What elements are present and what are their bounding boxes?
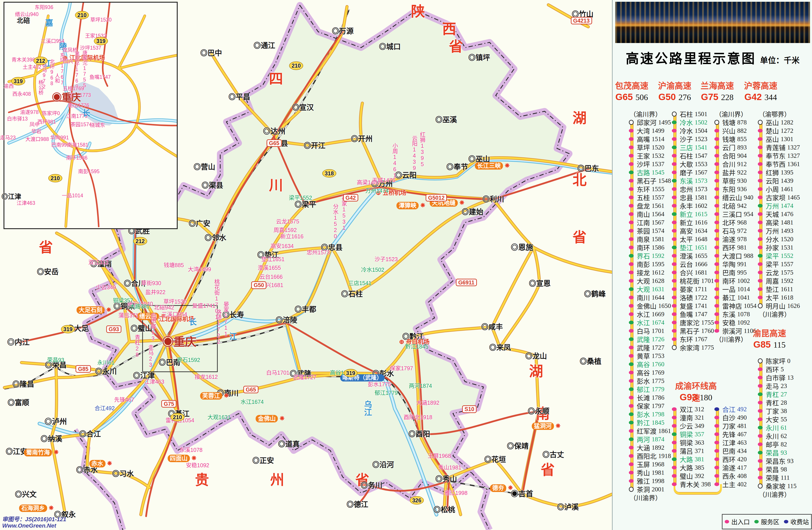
station-km: 1998 [652,477,664,485]
expressway-shield: S10 [462,405,477,413]
exit-dot [629,379,634,383]
interchange-label: 蒲吕371 [118,313,139,318]
exit-dot [758,459,763,463]
interchange-label: 渝西 [4,83,14,89]
station-km: 1892 [652,444,664,451]
exit-dot [629,220,634,224]
station-row: 垫江1611 [758,285,812,293]
service-area-dot [629,171,634,174]
station-km: 912 [737,160,747,168]
highway-code-length: G85115 [745,339,794,350]
city-label: ◎宣汉 [292,104,314,112]
station-km: 1797 [652,402,664,410]
interchange-label: 东环1767 [59,53,65,86]
exit-dot [672,449,677,453]
station-km: 1628 [652,277,664,284]
interchange-label: 分水1520 [333,204,338,239]
station-km: 1747 [695,311,707,318]
scenic-label: 四面山 [168,455,190,462]
city-label: ◉吉首 [511,490,533,498]
city-label: ◎泸州 [45,418,67,426]
interchange-label: 人和 [54,73,60,83]
station-km: 1581 [652,235,664,243]
service-area-dot [629,254,634,258]
station-km: 0 [787,357,791,364]
station-km: 312 [695,405,704,413]
service-area-dot [672,246,677,249]
exit-dot [758,187,763,191]
station-km: 995 [737,269,747,276]
station-km: 111 [781,474,789,481]
station-km: 1981 [652,469,664,476]
exit-dot [758,442,763,446]
boundary-toll-dot [758,120,763,125]
station-km: 968 [737,219,747,226]
station-km: 417 [737,464,747,471]
exit-dot [714,296,719,299]
boundary-toll-dot [672,345,677,350]
station-km: 1968 [652,461,664,468]
city-label: 北碚 [17,17,30,24]
interchange-label: 大渡口988 [26,137,49,142]
exit-dot [758,137,763,141]
interchange-label: 走马23 [148,345,153,368]
interchange-label: 陈家坪0 [42,111,60,116]
interchange-label: 西环981 [37,119,56,125]
city-label: ◎桑植 [580,358,601,366]
exit-dot [629,354,634,358]
scenic-label: 赤水 [89,460,105,468]
exit-dot [629,479,634,483]
exit-dot [672,237,677,241]
station-km: 1701 [652,327,664,334]
exit-dot [672,154,677,158]
highway-length: 228 [721,92,734,102]
city-skyline-photo [615,2,810,43]
station-km: 1502 [695,119,707,126]
province-label: 西 [442,22,456,37]
interchange-label: 草坪1520 [163,299,187,304]
exit-dot [672,466,677,470]
exit-dot [714,254,719,258]
expressway-shield: G50 [251,281,266,289]
station-km: 1760 [652,361,664,368]
station-km: 1612 [652,269,664,276]
scenic-label: 长江三峡 [475,162,503,170]
exit-dot [672,254,677,258]
exit-dot [758,376,763,379]
mileage-panel: 高速公路里程示意图 单位：千米 包茂高速G65506（渝川界）邱家河1495大湾… [612,0,812,530]
highway-name: 沪渝高速 [651,79,699,91]
station-km: 1786 [652,394,664,401]
exit-dot [629,471,634,474]
station-km: 1575 [781,269,793,276]
station-km: 855 [737,135,747,143]
city-label: ◎巫山 [468,155,490,163]
exit-dot [714,279,719,283]
station-km: 1611 [781,286,793,293]
station-km: 13 [787,374,794,381]
station-km: 1301 [781,135,793,143]
exit-dot [672,441,677,444]
station-km: 1779 [652,386,664,393]
panel-title-row: 高速公路里程示意图 单位：千米 [613,48,812,67]
city-label: ◎涪陵 [275,316,297,324]
map-area: 陕西省四川省湖北省湖南省贵州省◎万源◎城口◎通江◎巴中◎平昌◎宣汉◎达州◎达县◎… [0,0,612,530]
atlas-page: 陕西省四川省湖北省湖南省贵州省◎万源◎城口◎通江◎巴中◎平昌◎宣汉◎达州◎达县◎… [0,0,812,530]
station-name: 余家湾 [680,343,699,352]
scenic-label: 芙蓉江 [200,392,222,400]
road-number-shield: 210 [289,61,303,70]
exit-dot [629,304,634,308]
exit-dot [758,279,763,283]
station-km: 1874 [652,435,664,443]
interchange-label: 酉阳北1918 [404,414,432,420]
map-approval-number: 审图号：JS(2016)01-121 [2,516,66,522]
capital-label: ◉重庆 [162,336,196,348]
exit-dot [629,346,634,349]
interchange-label: 彭水1775 [368,382,391,387]
exit-dot [672,187,677,191]
station-km: 1461 [781,185,793,193]
highway-code-length: G65506 [608,92,656,102]
service-area-label: 三店1541 [348,280,372,286]
interchange-label: 绕城东 [90,123,105,128]
station-km: 1041 [737,294,750,301]
city-label: ◎宣恩 [529,280,551,287]
